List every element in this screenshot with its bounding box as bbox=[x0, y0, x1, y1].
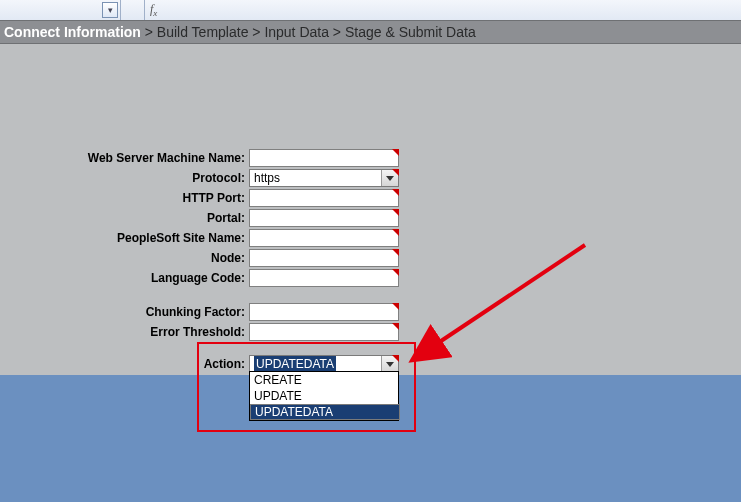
protocol-select[interactable]: https bbox=[249, 169, 399, 187]
action-option-updatedata[interactable]: UPDATEDATA bbox=[250, 404, 400, 420]
breadcrumb-current: Connect Information bbox=[0, 24, 141, 40]
required-marker-icon bbox=[392, 229, 399, 236]
error-threshold-input[interactable] bbox=[249, 323, 399, 341]
connect-info-form: Web Server Machine Name: Protocol: https… bbox=[60, 148, 500, 374]
site-name-label: PeopleSoft Site Name: bbox=[60, 231, 249, 245]
required-marker-icon bbox=[392, 355, 399, 362]
site-name-input[interactable] bbox=[249, 229, 399, 247]
web-server-input[interactable] bbox=[249, 149, 399, 167]
http-port-label: HTTP Port: bbox=[60, 191, 249, 205]
language-code-label: Language Code: bbox=[60, 271, 249, 285]
node-label: Node: bbox=[60, 251, 249, 265]
protocol-label: Protocol: bbox=[60, 171, 249, 185]
portal-input[interactable] bbox=[249, 209, 399, 227]
action-value: UPDATEDATA bbox=[254, 356, 336, 372]
required-marker-icon bbox=[392, 189, 399, 196]
required-marker-icon bbox=[392, 149, 399, 156]
formula-input[interactable] bbox=[170, 0, 741, 20]
required-marker-icon bbox=[392, 269, 399, 276]
required-marker-icon bbox=[392, 249, 399, 256]
required-marker-icon bbox=[392, 303, 399, 310]
chunking-factor-input[interactable] bbox=[249, 303, 399, 321]
action-option-update[interactable]: UPDATE bbox=[250, 388, 398, 404]
portal-label: Portal: bbox=[60, 211, 249, 225]
node-input[interactable] bbox=[249, 249, 399, 267]
fx-icon[interactable]: fx bbox=[150, 2, 157, 18]
error-threshold-label: Error Threshold: bbox=[60, 325, 249, 339]
action-label: Action: bbox=[60, 357, 249, 371]
required-marker-icon bbox=[392, 323, 399, 330]
action-dropdown-list[interactable]: CREATE UPDATE UPDATEDATA bbox=[249, 371, 399, 421]
formula-bar: ▾ fx bbox=[0, 0, 741, 21]
protocol-value: https bbox=[254, 170, 280, 186]
name-box-dropdown-icon[interactable]: ▾ bbox=[102, 2, 118, 18]
chunking-factor-label: Chunking Factor: bbox=[60, 305, 249, 319]
breadcrumb: Connect Information > Build Template > I… bbox=[0, 20, 741, 44]
formula-bar-separator bbox=[144, 0, 145, 20]
action-option-create[interactable]: CREATE bbox=[250, 372, 398, 388]
http-port-input[interactable] bbox=[249, 189, 399, 207]
breadcrumb-rest: > Build Template > Input Data > Stage & … bbox=[141, 24, 476, 40]
required-marker-icon bbox=[392, 209, 399, 216]
required-marker-icon bbox=[392, 169, 399, 176]
name-box[interactable]: ▾ bbox=[0, 0, 121, 20]
language-code-input[interactable] bbox=[249, 269, 399, 287]
web-server-label: Web Server Machine Name: bbox=[60, 151, 249, 165]
